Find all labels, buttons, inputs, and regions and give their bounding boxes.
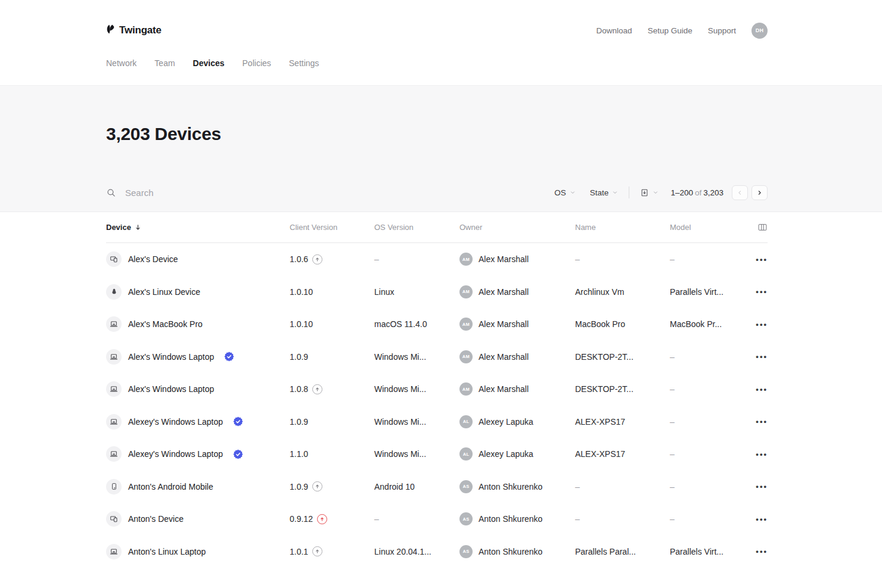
row-actions-menu-button[interactable]: ••• xyxy=(733,352,768,361)
column-header-client-version[interactable]: Client Version xyxy=(290,223,374,232)
column-header-owner[interactable]: Owner xyxy=(459,223,575,232)
devices-page: Twingate Download Setup Guide Support DH… xyxy=(0,0,882,588)
name-cell: – xyxy=(575,254,670,264)
row-actions-menu-button[interactable]: ••• xyxy=(733,255,768,264)
row-actions-menu-button[interactable]: ••• xyxy=(733,287,768,296)
owner-avatar: AS xyxy=(459,512,473,525)
laptop-icon xyxy=(110,418,118,426)
nav-tab-devices[interactable]: Devices xyxy=(193,58,225,68)
chevron-down-icon xyxy=(612,189,618,195)
pagination-total: 3,203 xyxy=(703,188,723,197)
client-version: 1.1.0 xyxy=(290,449,308,459)
column-header-model[interactable]: Model xyxy=(670,223,733,232)
next-page-button[interactable] xyxy=(751,185,768,200)
model-cell: – xyxy=(670,449,733,459)
owner-avatar: AS xyxy=(459,480,473,493)
table-body: Alex's Device 1.0.6 – AM Alex Marshall –… xyxy=(106,243,768,568)
name-cell: MacBook Pro xyxy=(575,319,670,329)
user-avatar[interactable]: DH xyxy=(751,23,768,39)
nav-tab-team[interactable]: Team xyxy=(154,58,175,68)
column-header-name[interactable]: Name xyxy=(575,223,670,232)
table-row[interactable]: Alex's Windows Laptop 1.0.9 Windows Mi..… xyxy=(106,341,768,374)
name-cell: DESKTOP-2T... xyxy=(575,384,670,394)
main-nav: Network Team Devices Policies Settings xyxy=(106,51,768,75)
previous-page-button[interactable] xyxy=(732,185,748,200)
name-cell: – xyxy=(575,514,670,524)
table-row[interactable]: Alexey's Windows Laptop 1.0.9 Windows Mi… xyxy=(106,406,768,438)
verified-badge-icon xyxy=(224,351,234,362)
model-cell: – xyxy=(670,417,733,427)
owner-avatar: AM xyxy=(459,382,473,396)
state-filter-dropdown[interactable]: State xyxy=(590,188,619,197)
download-link[interactable]: Download xyxy=(597,26,632,35)
top-bar: Twingate Download Setup Guide Support DH… xyxy=(0,0,882,85)
export-button[interactable] xyxy=(640,188,659,197)
pagination-current-range: 1–200 xyxy=(670,188,693,197)
column-header-device[interactable]: Device xyxy=(106,223,290,232)
column-header-os-version[interactable]: OS Version xyxy=(374,223,459,232)
table-row[interactable]: Alex's Device 1.0.6 – AM Alex Marshall –… xyxy=(106,243,768,276)
model-cell: – xyxy=(670,254,733,264)
os-version-cell: Windows Mi... xyxy=(374,449,459,459)
owner-name: Anton Shkurenko xyxy=(479,547,542,556)
nav-tab-network[interactable]: Network xyxy=(106,58,136,68)
column-settings-button[interactable] xyxy=(733,222,768,232)
mobile-phone-icon xyxy=(110,483,118,490)
row-actions-menu-button[interactable]: ••• xyxy=(733,547,768,556)
nav-tab-policies[interactable]: Policies xyxy=(243,58,271,68)
owner-avatar: AS xyxy=(459,545,473,558)
os-version-cell: macOS 11.4.0 xyxy=(374,319,459,329)
owner-avatar: AM xyxy=(459,318,473,331)
upgrade-available-icon xyxy=(312,546,322,556)
row-actions-menu-button[interactable]: ••• xyxy=(733,482,768,491)
table-header-row: Device Client Version OS Version Owner N… xyxy=(106,212,768,243)
os-filter-dropdown[interactable]: OS xyxy=(554,188,576,197)
laptop-icon xyxy=(110,320,118,328)
row-actions-menu-button[interactable]: ••• xyxy=(733,515,768,524)
table-row[interactable]: Anton's Linux Laptop 1.0.1 Linux 20.04.1… xyxy=(106,536,768,568)
os-version-cell: Windows Mi... xyxy=(374,352,459,362)
chevron-down-icon xyxy=(653,189,659,195)
search-input[interactable] xyxy=(125,188,304,198)
laptop-icon xyxy=(110,547,118,556)
nav-tab-settings[interactable]: Settings xyxy=(289,58,319,68)
client-version: 1.0.6 xyxy=(290,254,308,264)
table-row[interactable]: Alexey's Windows Laptop 1.1.0 Windows Mi… xyxy=(106,438,768,471)
device-name: Alex's Linux Device xyxy=(128,287,200,297)
page-title: 3,203 Devices xyxy=(106,86,768,144)
model-cell: – xyxy=(670,482,733,491)
row-actions-menu-button[interactable]: ••• xyxy=(733,385,768,394)
os-version-cell: Linux xyxy=(374,287,459,297)
owner-avatar: AM xyxy=(459,285,473,298)
model-cell: MacBook Pr... xyxy=(670,319,733,329)
device-name: Alexey's Windows Laptop xyxy=(128,417,223,427)
os-version-cell: Windows Mi... xyxy=(374,384,459,394)
row-actions-menu-button[interactable]: ••• xyxy=(733,450,768,459)
table-row[interactable]: Alex's Windows Laptop 1.0.8 Windows Mi..… xyxy=(106,373,768,406)
owner-avatar: AL xyxy=(459,415,473,428)
client-version: 1.0.10 xyxy=(290,287,313,297)
device-name: Alex's Windows Laptop xyxy=(128,352,214,362)
owner-avatar: AM xyxy=(459,253,473,266)
chevron-right-icon xyxy=(756,189,763,196)
table-row[interactable]: Alex's Linux Device 1.0.10 Linux AM Alex… xyxy=(106,276,768,309)
row-actions-menu-button[interactable]: ••• xyxy=(733,417,768,426)
support-link[interactable]: Support xyxy=(708,26,736,35)
column-header-device-label: Device xyxy=(106,223,131,232)
setup-guide-link[interactable]: Setup Guide xyxy=(648,26,692,35)
client-version: 1.0.9 xyxy=(290,482,308,491)
brand: Twingate xyxy=(106,24,162,37)
verified-badge-icon xyxy=(233,449,243,459)
owner-name: Anton Shkurenko xyxy=(479,514,542,524)
client-version: 1.0.9 xyxy=(290,352,308,362)
owner-avatar: AM xyxy=(459,350,473,363)
state-filter-label: State xyxy=(590,188,609,197)
table-row[interactable]: Anton's Android Mobile 1.0.9 Android 10 … xyxy=(106,471,768,503)
table-row[interactable]: Alex's MacBook Pro 1.0.10 macOS 11.4.0 A… xyxy=(106,308,768,341)
row-actions-menu-button[interactable]: ••• xyxy=(733,320,768,329)
generic-device-icon xyxy=(110,255,118,263)
table-row[interactable]: Anton's Device 0.9.12 – AS Anton Shkuren… xyxy=(106,503,768,536)
twingate-logo-icon xyxy=(106,24,115,37)
laptop-icon xyxy=(110,450,118,458)
device-name: Anton's Device xyxy=(128,514,184,524)
